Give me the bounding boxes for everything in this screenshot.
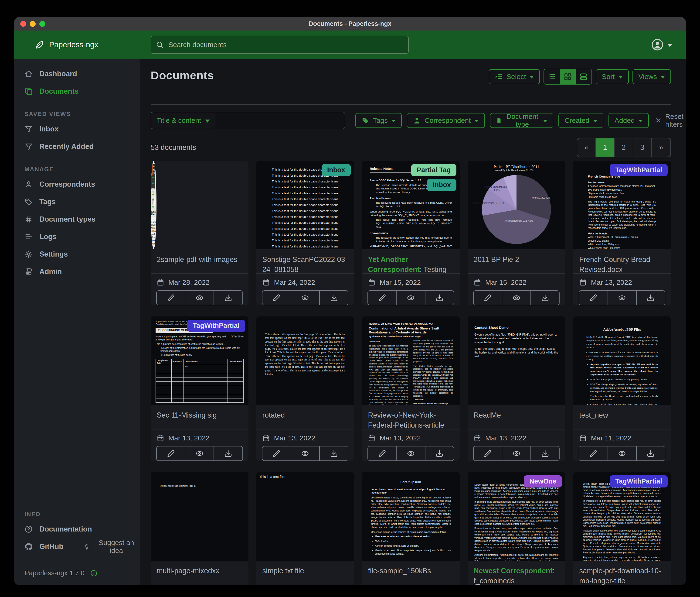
filter-created-button[interactable]: Created [558, 113, 603, 128]
sidebar-item-inbox[interactable]: Inbox [14, 120, 140, 138]
document-title[interactable]: multi-page-mixedxx [151, 560, 248, 584]
document-title[interactable]: ReadMe [468, 405, 566, 429]
filter-tags-button[interactable]: Tags [355, 113, 402, 128]
view-button[interactable] [502, 447, 530, 460]
view-button[interactable] [607, 447, 636, 460]
select-button[interactable]: Select [489, 69, 540, 84]
pagination-page-2[interactable]: 2 [615, 138, 633, 157]
window-minimize-button[interactable] [30, 21, 35, 27]
download-button[interactable] [636, 291, 665, 305]
filter-field-button[interactable]: Title & content [151, 112, 216, 129]
document-title[interactable]: file-sample_150kBs [362, 560, 460, 584]
edit-button[interactable] [474, 447, 502, 460]
sidebar-item-tags[interactable]: Tags [14, 193, 140, 210]
document-title[interactable]: 2sample-pdf-with-images [151, 249, 248, 273]
sidebar-item-recently-added[interactable]: Recently Added [14, 138, 140, 155]
document-thumbnail[interactable]: Boundary Waters TripDay 1Day 2Day 3Day 4… [151, 161, 156, 249]
download-button[interactable] [425, 447, 454, 460]
document-title[interactable]: sample-pdf-download-10-mb-longer-title [573, 560, 671, 584]
view-detail-button[interactable] [576, 69, 592, 84]
document-title[interactable]: rotated [256, 405, 354, 429]
view-button[interactable] [607, 291, 636, 305]
document-thumbnail[interactable]: This is a test file. [256, 472, 354, 560]
document-title[interactable]: Review-of-New-York-Federal-Petitions-art… [362, 405, 460, 429]
edit-button[interactable] [368, 291, 396, 305]
document-thumbnail[interactable]: Release Notes Simba ODBC Driver for SQL … [362, 161, 460, 249]
document-title[interactable]: Sec 11-Missing sig [151, 405, 248, 429]
tag-badge[interactable]: Another Sample Tag [151, 164, 153, 176]
document-thumbnail[interactable]: French Country BreadFor the Leaven1 heap… [573, 161, 671, 249]
document-thumbnail[interactable]: This is the text that appears on the fir… [256, 316, 354, 405]
download-button[interactable] [530, 291, 559, 305]
info-circle-icon[interactable] [90, 570, 98, 577]
download-button[interactable] [214, 447, 242, 460]
document-correspondent[interactable]: Newest Correspondent [474, 567, 553, 575]
document-thumbnail[interactable]: Lorem ipsumLorem ipsum dolor sit amet, c… [362, 472, 460, 560]
pagination-next-button[interactable]: » [652, 138, 670, 157]
document-title[interactable]: Newest Correspondent: f_combineds [468, 560, 566, 584]
sidebar-item-document-types[interactable]: Document types [14, 210, 140, 228]
view-list-button[interactable] [544, 69, 560, 84]
document-thumbnail[interactable]: Lorem ipsum dolor sit amet, consectetur … [573, 472, 671, 560]
tag-badge[interactable]: TagWithPartial [187, 320, 245, 332]
document-title[interactable]: Sonstige ScanPC2022 03-24_081058 [256, 249, 354, 273]
view-button[interactable] [185, 291, 214, 305]
edit-button[interactable] [368, 447, 396, 460]
edit-button[interactable] [262, 291, 291, 305]
title-content-input[interactable] [216, 112, 345, 129]
document-title[interactable]: 2011 BP Pie 2 [468, 249, 566, 273]
document-title[interactable]: Yet Another Correspondent: Testing Email [362, 249, 460, 273]
sidebar-item-suggest-idea[interactable]: Suggest an idea [82, 539, 140, 555]
filter-added-button[interactable]: Added [608, 113, 649, 128]
document-thumbnail[interactable]: Application for Medical Staff MembersGoo… [151, 316, 248, 405]
download-button[interactable] [319, 291, 348, 305]
sidebar-item-correspondents[interactable]: Correspondents [14, 175, 140, 193]
document-thumbnail[interactable]: This is a multi page document. Page 1. [151, 472, 248, 560]
window-zoom-button[interactable] [39, 21, 45, 27]
document-title[interactable]: test_new [573, 405, 671, 429]
tag-badge[interactable]: NewOne [524, 475, 562, 487]
pagination-page-3[interactable]: 3 [633, 138, 652, 157]
document-thumbnail[interactable]: Adobe Acrobat PDF FilesAdobe® Portable D… [573, 316, 671, 405]
tag-badge[interactable]: Partial Tag [411, 164, 456, 176]
download-button[interactable] [425, 291, 454, 305]
filter-correspondent-button[interactable]: Correspondent [407, 113, 484, 128]
user-menu-button[interactable] [649, 38, 674, 51]
edit-button[interactable] [157, 291, 185, 305]
pagination-prev-button[interactable]: « [577, 138, 596, 157]
edit-button[interactable] [474, 291, 502, 305]
sidebar-item-admin[interactable]: Admin [14, 263, 140, 280]
view-button[interactable] [396, 447, 425, 460]
view-button[interactable] [396, 291, 425, 305]
document-thumbnail[interactable]: Contact Sheet Demo Given a set of image … [468, 316, 566, 405]
brand[interactable]: Paperless-ngx [34, 40, 151, 50]
tag-badge[interactable]: TagWithPartial [610, 164, 668, 176]
document-thumbnail[interactable]: Patient BP Distribution 2011Normal, 150,… [468, 161, 566, 249]
window-close-button[interactable] [20, 21, 26, 27]
edit-button[interactable] [579, 291, 607, 305]
view-button[interactable] [291, 447, 319, 460]
download-button[interactable] [530, 447, 559, 460]
sidebar-item-dashboard[interactable]: Dashboard [14, 65, 140, 82]
sidebar-item-github[interactable]: GitHub [14, 538, 63, 555]
views-button[interactable]: Views [632, 69, 671, 84]
reset-filters-button[interactable]: ✕ Reset filters [654, 112, 685, 128]
view-grid-button[interactable] [560, 69, 576, 84]
edit-button[interactable] [579, 447, 607, 460]
sidebar-item-settings[interactable]: Settings [14, 245, 140, 263]
document-title[interactable]: French Country Bread Revised.docx [573, 249, 671, 273]
document-thumbnail[interactable]: This is a test for the double space char… [256, 161, 354, 249]
document-thumbnail[interactable]: Review of New York Federal Petitions for… [362, 316, 460, 405]
edit-button[interactable] [157, 447, 185, 460]
global-search[interactable] [151, 35, 409, 54]
search-input[interactable] [168, 41, 404, 49]
download-button[interactable] [214, 291, 242, 305]
tag-badge[interactable]: Inbox [322, 164, 351, 176]
pagination-page-1[interactable]: 1 [596, 138, 615, 157]
download-button[interactable] [319, 447, 348, 460]
document-thumbnail[interactable]: Lorem ipsum dolor sit amet, consectetur … [468, 472, 566, 560]
edit-button[interactable] [262, 447, 291, 460]
view-button[interactable] [502, 291, 530, 305]
document-correspondent[interactable]: Yet Another Correspondent [368, 255, 420, 273]
filter-document-type-button[interactable]: Document type [490, 113, 553, 128]
